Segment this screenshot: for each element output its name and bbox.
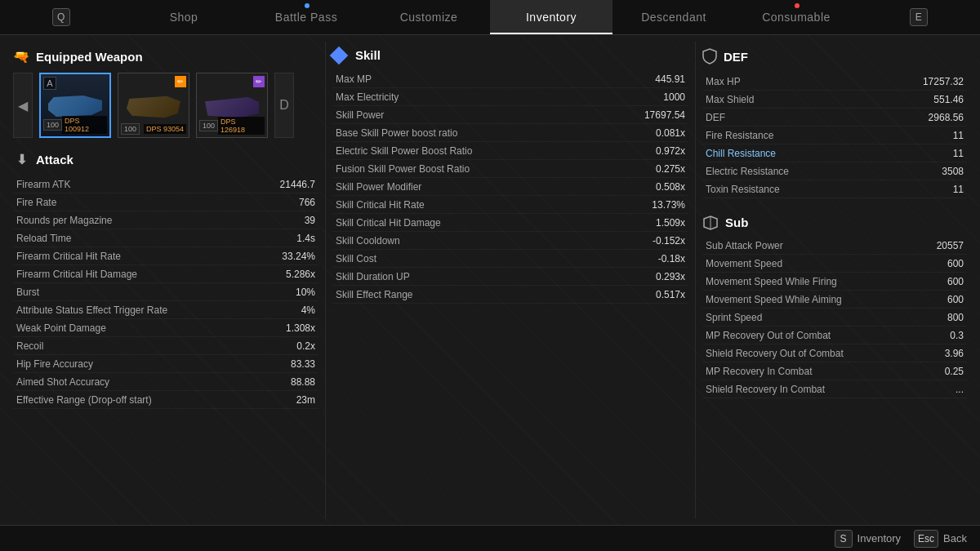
table-row: Fusion Skill Power Boost Ratio0.275x [332, 160, 688, 178]
table-row: Rounds per Magazine39 [13, 211, 318, 229]
table-row: Toxin Resistance11 [702, 180, 967, 198]
nav-key-e[interactable]: E [858, 0, 980, 34]
skill-header: Skill [332, 48, 688, 62]
stat-name: Skill Critical Hit Rate [336, 199, 425, 211]
weapon-1-info: 100 DPS 100912 [43, 116, 107, 134]
weapon-2-info: 100 DPS 93054 [121, 123, 186, 135]
nav-inventory[interactable]: Inventory [490, 0, 612, 34]
attack-stats-table: Firearm ATK21446.7Fire Rate766Rounds per… [13, 176, 318, 409]
stat-value: 5.286x [286, 269, 315, 280]
stat-name: Shield Recovery Out of Combat [706, 348, 844, 359]
table-row: Firearm Critical Hit Damage5.286x [13, 265, 318, 283]
stat-name: DEF [706, 112, 725, 123]
weapon-slot-2-inner: ✏ 100 DPS 93054 [118, 73, 189, 137]
def-header: DEF [702, 48, 967, 64]
stat-value: 33.24% [282, 251, 315, 262]
stat-name: Toxin Resistance [706, 184, 780, 195]
slot-label-a: A [43, 77, 56, 90]
stat-value: 2968.56 [929, 112, 964, 123]
stat-name: Movement Speed While Aiming [706, 294, 842, 305]
stat-name: Movement Speed While Firing [706, 276, 837, 287]
nav-customize[interactable]: Customize [368, 0, 490, 34]
table-row: Sprint Speed800 [702, 309, 967, 327]
stat-name: Base Skill Power boost ratio [336, 127, 457, 139]
table-row: MP Recovery In Combat0.25 [702, 362, 967, 380]
stat-name: Firearm Critical Hit Damage [16, 269, 137, 280]
table-row: Weak Point Damage1.308x [13, 319, 318, 337]
stat-value: 23m [296, 394, 315, 406]
q-key: Q [52, 8, 70, 26]
table-row: Skill Cost-0.18x [332, 250, 688, 268]
stat-value: 83.33 [291, 358, 315, 370]
stat-name: Firearm Critical Hit Rate [16, 251, 121, 262]
stat-name: Reload Time [16, 233, 71, 244]
esc-key-badge: Esc [914, 530, 938, 548]
table-row: Skill Critical Hit Damage1.509x [332, 214, 688, 232]
weapon-2-level: 100 [121, 123, 140, 135]
stat-value: 11 [953, 130, 964, 141]
right-panel: DEF Max HP17257.32Max Shield551.46DEF296… [696, 42, 973, 518]
weapon-slot-prev[interactable]: ◀ [13, 73, 33, 138]
stat-name: Weak Point Damage [16, 322, 106, 334]
stat-value: 3508 [942, 166, 964, 177]
nav-shop[interactable]: Shop [122, 0, 245, 34]
stat-value: 0.3 [950, 330, 964, 341]
stat-name: Fusion Skill Power Boost Ratio [336, 163, 470, 175]
stat-name: Chill Resistance [706, 148, 776, 159]
stat-value: 800 [947, 312, 964, 323]
weapon-3-info: 100 DPS 126918 [199, 117, 265, 135]
stat-name: Fire Resistance [706, 130, 773, 141]
table-row: Movement Speed While Aiming600 [702, 291, 967, 309]
stat-name: Hip Fire Accuracy [16, 358, 93, 370]
weapon-3-edit: ✏ [253, 76, 265, 87]
table-row: Movement Speed While Firing600 [702, 273, 967, 291]
weapon-2-dps: DPS 93054 [144, 124, 186, 134]
stat-name: Max MP [336, 73, 372, 85]
stat-value: 17697.54 [644, 109, 685, 121]
weapon-slot-3[interactable]: ✏ 100 DPS 126918 [196, 73, 268, 138]
stat-value: -0.152x [653, 235, 685, 247]
stat-value: 0.972x [656, 145, 685, 157]
table-row: Skill Critical Hit Rate13.73% [332, 196, 688, 214]
stat-value: 4% [301, 304, 315, 316]
table-row: Max MP445.91 [332, 70, 688, 88]
stat-name: Aimed Shot Accuracy [16, 376, 109, 388]
table-row: Sub Attack Power20557 [702, 237, 967, 255]
table-row: Firearm ATK21446.7 [13, 176, 318, 193]
chevron-left-icon: ◀ [18, 98, 28, 113]
skill-stats-table: Max MP445.91Max Electricity1000Skill Pow… [332, 70, 688, 304]
nav-descendant[interactable]: Descendant [612, 0, 735, 34]
back-key-item[interactable]: Esc Back [914, 530, 967, 548]
stat-name: Firearm ATK [16, 179, 70, 190]
table-row: Skill Duration UP0.293x [332, 268, 688, 286]
stat-name: Effective Range (Drop-off start) [16, 394, 152, 406]
nav-consumable[interactable]: Consumable [735, 0, 858, 34]
stat-value: 445.91 [655, 73, 685, 85]
stat-value: 0.25 [945, 366, 964, 377]
stat-name: Sprint Speed [706, 312, 762, 323]
weapon-3-dps: DPS 126918 [218, 117, 265, 135]
stat-value: 600 [947, 258, 964, 269]
top-navigation: Q Shop Battle Pass Customize Inventory D… [0, 0, 980, 35]
stat-name: Attribute Status Effect Trigger Rate [16, 304, 167, 316]
nav-battle-pass[interactable]: Battle Pass [245, 0, 368, 34]
nav-key-q[interactable]: Q [0, 0, 122, 34]
stat-name: Electric Skill Power Boost Ratio [336, 145, 472, 157]
stat-value: 0.2x [296, 340, 315, 352]
weapon-slot-1[interactable]: A 100 DPS 100912 [39, 73, 111, 138]
def-stats-table: Max HP17257.32Max Shield551.46DEF2968.56… [702, 73, 967, 198]
stat-value: 3.96 [945, 348, 964, 359]
weapon-slot-next[interactable]: D [274, 73, 294, 138]
stat-name: Skill Critical Hit Damage [336, 217, 441, 229]
bottom-bar: S Inventory Esc Back [0, 525, 980, 551]
table-row: Shield Recovery In Combat... [702, 380, 967, 398]
weapon-slot-2[interactable]: ✏ 100 DPS 93054 [118, 73, 189, 138]
stat-value: 88.88 [291, 376, 315, 388]
table-row: Effective Range (Drop-off start)23m [13, 391, 318, 409]
sub-section: Sub Sub Attack Power20557Movement Speed6… [702, 215, 967, 398]
main-content: 🔫 Equipped Weapon ◀ A 100 DPS 100912 [0, 35, 980, 525]
table-row: Burst10% [13, 283, 318, 301]
stat-name: Max HP [706, 76, 741, 87]
sub-stats-table: Sub Attack Power20557Movement Speed600Mo… [702, 237, 967, 398]
attack-icon: ⬇ [13, 151, 29, 167]
